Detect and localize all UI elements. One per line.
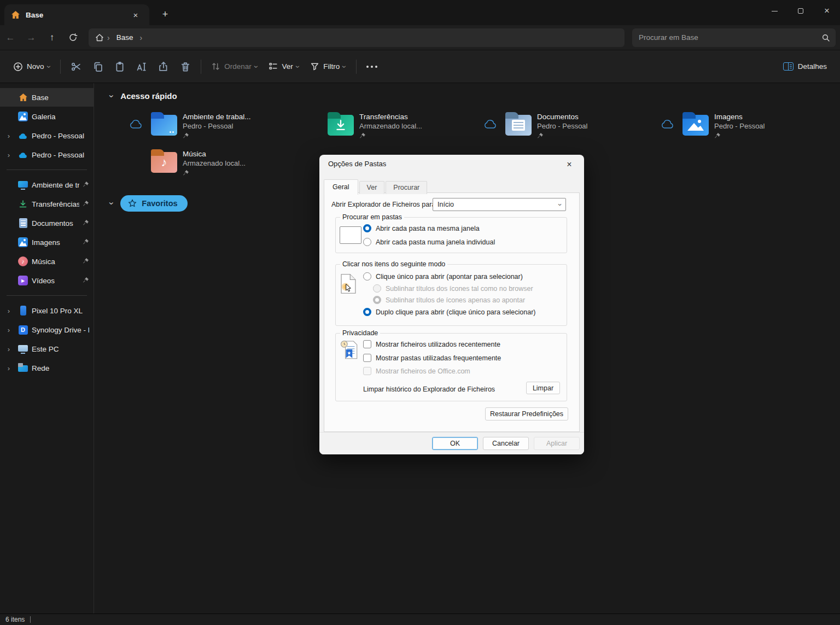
sidebar-item-videos[interactable]: Vídeos <box>0 271 94 290</box>
divider <box>7 295 87 296</box>
sidebar-item-documentos[interactable]: Documentos <box>0 214 94 232</box>
group-legend: Procurar em pastas <box>340 213 404 221</box>
tile-imagens[interactable]: Imagens Pedro - Pessoal <box>661 112 765 141</box>
radio-double-click[interactable]: Duplo clique para abrir (clique único pa… <box>363 308 536 316</box>
gallery-icon <box>18 111 28 122</box>
expand-chevron-icon[interactable] <box>3 345 14 353</box>
collapse-chevron-icon[interactable] <box>107 95 116 97</box>
command-toolbar: Novo Ordenar Ver <box>0 50 840 83</box>
expand-chevron-icon[interactable] <box>3 307 14 315</box>
star-icon <box>128 199 137 208</box>
radio-same-window[interactable]: Abrir cada pasta na mesma janela <box>363 224 480 232</box>
dialog-tab-page: Abrir Explorador de Ficheiros para: Iníc… <box>324 192 580 432</box>
expand-chevron-icon[interactable] <box>3 132 14 140</box>
collapse-chevron-icon[interactable] <box>107 202 116 205</box>
pin-icon <box>83 237 89 247</box>
refresh-icon <box>68 33 78 42</box>
forward-button[interactable] <box>21 28 42 47</box>
breadcrumb-item-base[interactable]: Base <box>113 33 137 42</box>
expand-chevron-icon[interactable] <box>3 364 14 372</box>
filter-button[interactable]: Filtro <box>305 58 352 75</box>
cloud-status-icon <box>129 119 143 130</box>
radio-own-window[interactable]: Abrir cada pasta numa janela individual <box>363 238 495 246</box>
ok-button[interactable]: OK <box>432 437 478 450</box>
browse-folders-group: Procurar em pastas Abrir cada pasta na m… <box>335 217 567 253</box>
expand-chevron-icon[interactable] <box>3 326 14 334</box>
expand-chevron-icon[interactable] <box>3 151 14 159</box>
sidebar-item-musica[interactable]: Música <box>0 252 94 271</box>
search-input[interactable] <box>638 33 821 42</box>
music-folder-icon <box>151 152 177 173</box>
clear-history-label: Limpar histórico do Explorador de Fichei… <box>363 385 495 393</box>
back-button[interactable] <box>0 28 21 47</box>
copy-button[interactable] <box>87 57 109 77</box>
sidebar-item-synology-drive[interactable]: Synology Drive - Fi <box>0 320 94 339</box>
tab-procurar[interactable]: Procurar <box>386 181 427 194</box>
divider <box>7 170 87 170</box>
paste-button[interactable] <box>109 57 131 77</box>
maximize-button[interactable] <box>788 0 814 22</box>
favorites-pill[interactable]: Favoritos <box>120 195 187 212</box>
breadcrumb[interactable]: Base <box>89 28 625 47</box>
sort-button[interactable]: Ordenar <box>206 58 263 75</box>
view-button[interactable]: Ver <box>263 58 305 75</box>
radio-single-click[interactable]: Clique único para abrir (apontar para se… <box>363 272 523 281</box>
sidebar-item-ambiente-de-trabalho[interactable]: Ambiente de trab <box>0 176 94 194</box>
sidebar-item-transferencias[interactable]: Transferências <box>0 195 94 213</box>
cut-button[interactable] <box>65 57 87 77</box>
group-legend: Privacidade <box>340 329 380 337</box>
view-icon <box>269 62 278 71</box>
onedrive-cloud-icon <box>18 149 28 160</box>
share-button[interactable] <box>153 57 174 77</box>
pin-icon <box>83 276 89 285</box>
refresh-button[interactable] <box>62 28 83 47</box>
sidebar-item-rede[interactable]: Rede <box>0 359 94 377</box>
sidebar-item-onedrive-2[interactable]: Pedro - Pessoal <box>0 145 94 164</box>
tile-documentos[interactable]: Documentos Pedro - Pessoal <box>483 112 588 141</box>
apply-button: Aplicar <box>534 437 580 450</box>
open-explorer-dropdown[interactable]: Início <box>433 198 566 211</box>
close-button[interactable] <box>814 0 840 22</box>
new-tab-button[interactable] <box>158 7 173 22</box>
checkbox-frequent-folders[interactable]: Mostrar pastas utilizadas frequentemente <box>363 354 501 362</box>
sidebar-item-base[interactable]: Base <box>0 88 94 107</box>
sidebar-item-este-pc[interactable]: Este PC <box>0 340 94 358</box>
radio-selected-icon <box>363 224 371 232</box>
delete-button[interactable] <box>174 57 196 77</box>
pin-icon <box>714 131 765 141</box>
more-button[interactable] <box>361 57 383 77</box>
tab-close-icon[interactable] <box>129 8 143 21</box>
up-button[interactable] <box>42 28 62 47</box>
tab-ver[interactable]: Ver <box>359 181 385 194</box>
chevron-down-icon <box>253 65 260 68</box>
tile-ambiente-de-trabalho[interactable]: Ambiente de trabal... Pedro - Pessoal <box>129 112 251 141</box>
checkbox-recent-files[interactable]: Mostrar ficheiros utilizados recentement… <box>363 340 500 348</box>
single-click-page-icon <box>341 273 356 294</box>
sidebar-item-onedrive-1[interactable]: Pedro - Pessoal <box>0 126 94 145</box>
chevron-right-icon <box>139 34 142 42</box>
pin-icon <box>83 199 89 209</box>
tile-transferencias[interactable]: Transferências Armazenado local... <box>306 112 422 141</box>
tab-geral[interactable]: Geral <box>324 179 358 195</box>
privacy-history-icon <box>340 339 360 362</box>
sidebar-item-imagens[interactable]: Imagens <box>0 233 94 252</box>
restore-defaults-button[interactable]: Restaurar Predefinições <box>485 407 568 420</box>
pin-icon <box>537 131 588 141</box>
cancel-button[interactable]: Cancelar <box>483 437 529 450</box>
sidebar-item-galeria[interactable]: Galeria <box>0 107 94 126</box>
favorites-header[interactable]: Favoritos <box>110 195 188 212</box>
minimize-button[interactable] <box>761 0 788 22</box>
tab-base[interactable]: Base <box>4 4 149 25</box>
search-box[interactable] <box>632 28 836 47</box>
quick-access-header[interactable]: Acesso rápido <box>110 91 177 101</box>
sort-icon <box>211 62 220 71</box>
synology-drive-icon <box>18 324 28 335</box>
new-button[interactable]: Novo <box>8 58 56 75</box>
clear-button[interactable]: Limpar <box>526 382 560 394</box>
tile-musica[interactable]: Música Armazenado local... <box>129 149 246 178</box>
radio-icon <box>363 238 371 246</box>
details-pane-button[interactable]: Detalhes <box>778 59 832 74</box>
rename-button[interactable] <box>131 57 153 77</box>
sidebar-item-pixel-10-pro-xl[interactable]: Pixel 10 Pro XL <box>0 301 94 320</box>
dialog-close-icon[interactable] <box>561 157 578 172</box>
